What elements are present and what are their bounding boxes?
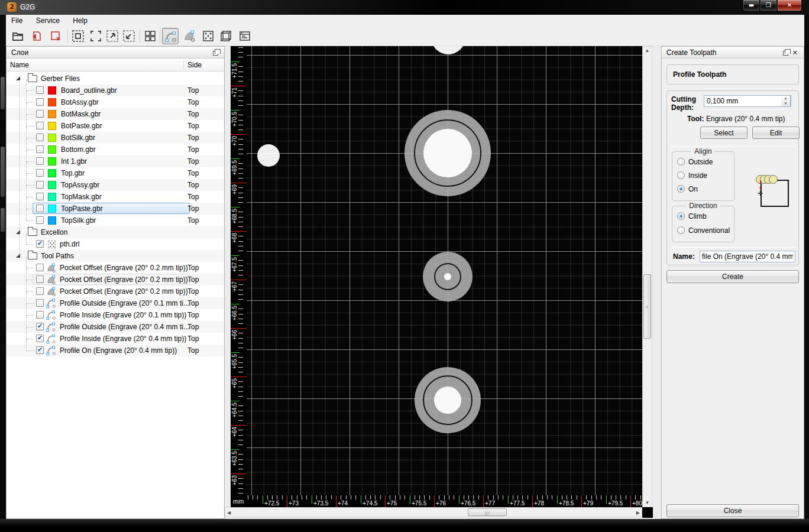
expand-arrow-icon[interactable] — [16, 76, 20, 80]
tree-row[interactable]: Pocket Offset (Engrave (20° 0.2 mm tip))… — [7, 286, 224, 297]
tree-row[interactable]: Bottom.gbrTop — [7, 144, 224, 155]
layer-color-swatch[interactable] — [48, 145, 56, 154]
minimize-button[interactable]: ▬ — [743, 0, 760, 11]
tree-row[interactable]: Profile Outside (Engrave (20° 0.4 mm ti.… — [7, 321, 224, 333]
tree-folder-row[interactable]: Tool Paths — [7, 250, 224, 262]
layer-color-swatch[interactable] — [48, 122, 56, 130]
menu-file[interactable]: File — [6, 15, 28, 26]
board-3d-button[interactable] — [218, 28, 234, 44]
zoom-fit-button[interactable] — [70, 28, 86, 44]
cutting-depth-input[interactable]: 0,100 mm — [704, 95, 791, 107]
layer-color-swatch[interactable] — [48, 205, 56, 213]
pcb-canvas[interactable] — [247, 46, 642, 495]
scroll-up-arrow[interactable]: ▲ — [643, 48, 652, 53]
visibility-checkbox[interactable] — [36, 193, 44, 200]
open-button[interactable] — [9, 28, 26, 44]
zoom-out-button[interactable] — [121, 28, 137, 44]
tree-row[interactable]: TopSilk.gbrTop — [7, 215, 224, 226]
direction-conventional-radio[interactable] — [677, 226, 685, 234]
tree-row[interactable]: TopMask.gbrTop — [7, 191, 224, 203]
layer-color-swatch[interactable] — [48, 193, 56, 201]
column-side[interactable]: Side — [187, 61, 202, 69]
tree-row[interactable]: TopPaste.gbrTop — [7, 203, 224, 215]
tree-row[interactable]: BotMask.gbrTop — [7, 108, 224, 120]
create-toolpath-button[interactable]: Create — [666, 270, 799, 283]
layer-color-swatch[interactable] — [48, 181, 56, 189]
layer-color-swatch[interactable] — [48, 157, 56, 166]
tree-row[interactable]: Int 1.gbrTop — [7, 155, 224, 167]
tree-row[interactable]: Pocket Offset (Engrave (20° 0.2 mm tip))… — [7, 262, 224, 274]
tree-row[interactable]: BotPaste.gbrTop — [7, 120, 224, 132]
layer-color-swatch[interactable] — [48, 216, 56, 225]
layer-color-swatch[interactable] — [48, 86, 56, 95]
visibility-checkbox[interactable] — [36, 346, 44, 354]
tree-row[interactable]: BotAssy.gbrTop — [7, 96, 224, 108]
tree-row[interactable]: BotSilk.gbrTop — [7, 132, 224, 144]
float-panel-icon[interactable] — [783, 51, 788, 56]
tree-row[interactable]: Profile Inside (Engrave (20° 0.1 mm tip)… — [7, 309, 224, 321]
visibility-checkbox[interactable] — [36, 311, 44, 319]
visibility-checkbox[interactable] — [36, 275, 44, 283]
align-inside-label[interactable]: Inside — [688, 171, 707, 180]
zoom-in-button[interactable] — [104, 28, 121, 44]
pocket-tool-button[interactable] — [181, 28, 198, 44]
layer-color-swatch[interactable] — [48, 98, 56, 106]
visibility-checkbox[interactable] — [36, 264, 44, 271]
visibility-checkbox[interactable] — [36, 86, 44, 94]
properties-button[interactable] — [237, 28, 253, 44]
float-panel-icon[interactable] — [213, 51, 218, 56]
visibility-checkbox[interactable] — [36, 181, 44, 189]
close-button[interactable]: ✕ — [777, 0, 802, 11]
menu-service[interactable]: Service — [31, 15, 65, 26]
visibility-checkbox[interactable] — [36, 335, 44, 342]
layer-color-swatch[interactable] — [48, 110, 56, 118]
close-panel-icon[interactable]: ✕ — [792, 49, 798, 57]
delete-button[interactable] — [47, 28, 64, 44]
visibility-checkbox[interactable] — [36, 216, 44, 224]
tree-row[interactable]: Board_outline.gbrTop — [7, 85, 224, 96]
direction-conventional-label[interactable]: Conventional — [688, 226, 730, 235]
restore-button[interactable]: ❐ — [760, 0, 777, 11]
visibility-checkbox[interactable] — [36, 205, 44, 212]
tree-folder-row[interactable]: Gerber Files — [7, 73, 224, 85]
import-button[interactable] — [28, 28, 45, 44]
layer-color-swatch[interactable] — [48, 134, 56, 142]
menu-help[interactable]: Help — [67, 15, 93, 26]
toolpath-name-input[interactable] — [700, 251, 795, 262]
visibility-checkbox[interactable] — [36, 145, 44, 153]
tree-row[interactable]: TopAssy.gbrTop — [7, 179, 224, 191]
visibility-checkbox[interactable] — [36, 299, 44, 307]
scroll-right-arrow[interactable]: ▶ — [636, 510, 640, 515]
vertical-scroll-thumb[interactable]: ≡ — [643, 274, 651, 339]
zoom-window-button[interactable] — [88, 28, 104, 44]
edit-tool-button[interactable]: Edit — [752, 126, 800, 139]
tree-row[interactable]: Profile On (Engrave (20° 0.4 mm tip))Top — [7, 345, 224, 356]
tree-row[interactable]: Profile Outside (Engrave (20° 0.1 mm ti.… — [7, 297, 224, 309]
panelize-button[interactable] — [142, 28, 158, 44]
close-toolpath-button[interactable]: Close — [666, 504, 799, 517]
tree-folder-row[interactable]: Excellon — [7, 226, 224, 238]
align-on-radio[interactable] — [677, 185, 685, 193]
scroll-left-arrow[interactable]: ◀ — [227, 510, 231, 515]
visibility-checkbox[interactable] — [36, 323, 44, 330]
visibility-checkbox[interactable] — [36, 110, 44, 118]
direction-climb-label[interactable]: Climb — [688, 212, 707, 220]
cutting-depth-spinner[interactable]: ▲▼ — [781, 95, 791, 107]
visibility-checkbox[interactable] — [36, 240, 44, 248]
tree-row[interactable]: pth.drl — [7, 238, 224, 250]
column-name[interactable]: Name — [10, 61, 29, 69]
direction-climb-radio[interactable] — [677, 212, 685, 220]
tree-row[interactable]: Pocket Offset (Engrave (20° 0.2 mm tip))… — [7, 274, 224, 286]
align-inside-radio[interactable] — [677, 171, 685, 179]
profile-tool-button[interactable] — [162, 28, 179, 44]
horizontal-scroll-thumb[interactable]: ||| — [468, 508, 507, 516]
visibility-checkbox[interactable] — [36, 122, 44, 129]
select-tool-button[interactable]: Select — [700, 126, 747, 139]
visibility-checkbox[interactable] — [36, 287, 44, 295]
visibility-checkbox[interactable] — [36, 134, 44, 141]
visibility-checkbox[interactable] — [36, 169, 44, 177]
drill-tool-button[interactable] — [200, 28, 216, 44]
tree-row[interactable]: Profile Inside (Engrave (20° 0.4 mm tip)… — [7, 333, 224, 345]
horizontal-scrollbar[interactable]: ◀ ||| ▶ — [225, 507, 642, 517]
visibility-checkbox[interactable] — [36, 98, 44, 106]
